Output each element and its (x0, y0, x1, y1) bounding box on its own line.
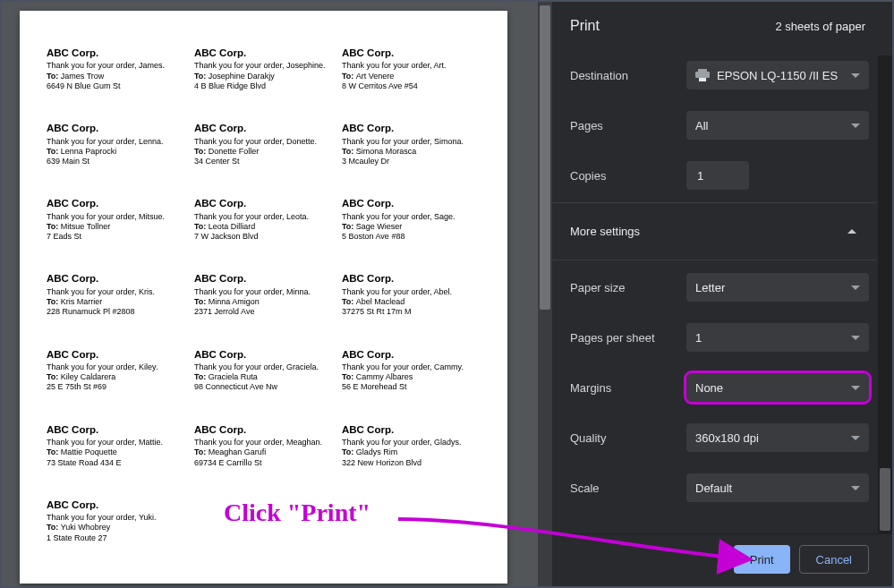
address-label: ABC Corp.Thank you for your order, Minna… (194, 272, 333, 317)
address-label: ABC Corp.Thank you for your order, Cammy… (342, 348, 481, 393)
preview-scrollbar-thumb[interactable] (540, 5, 550, 310)
label-company: ABC Corp. (47, 499, 185, 511)
panel-scrollbar[interactable] (878, 55, 892, 534)
scale-select[interactable]: Default (686, 473, 869, 502)
panel-scrollbar-thumb[interactable] (880, 468, 890, 531)
printer-icon (695, 69, 710, 81)
chevron-down-icon (851, 124, 860, 128)
label-thank: Thank you for your order, Meaghan. (194, 438, 333, 447)
label-to: To: Mitsue Tollner (47, 222, 185, 232)
label-address: 639 Main St (47, 157, 185, 166)
label-company: ABC Corp. (342, 348, 481, 361)
label-address: 2371 Jerrold Ave (194, 307, 333, 317)
label-thank: Thank you for your order, Kiley. (47, 362, 185, 372)
label-to: To: Meaghan Garufi (194, 447, 333, 457)
label-thank: Thank you for your order, Mattie. (47, 438, 185, 447)
margins-value: None (695, 381, 723, 395)
label-address: 322 New Horizon Blvd (342, 458, 481, 468)
address-label: ABC Corp.Thank you for your order, Lenna… (47, 122, 185, 166)
quality-label: Quality (570, 431, 686, 445)
destination-label: Destination (570, 69, 686, 82)
scale-value: Default (695, 481, 732, 495)
label-to: To: Kris Marrier (47, 297, 185, 307)
preview-page: ABC Corp.Thank you for your order, James… (20, 11, 507, 584)
label-thank: Thank you for your order, Lenna. (47, 137, 185, 147)
label-address: 4 B Blue Ridge Blvd (194, 81, 333, 91)
label-to: To: Mattie Poquette (47, 447, 185, 457)
destination-select[interactable]: EPSON LQ-1150 /II ES (686, 61, 869, 89)
address-label: ABC Corp.Thank you for your order, James… (47, 47, 185, 91)
label-address: 8 W Cerritos Ave #54 (342, 81, 481, 91)
chevron-down-icon (851, 336, 860, 340)
label-company: ABC Corp. (47, 197, 185, 209)
label-address: 56 E Morehead St (342, 382, 481, 392)
address-label: ABC Corp.Thank you for your order, Abel.… (342, 272, 481, 317)
label-address: 7 W Jackson Blvd (194, 232, 333, 242)
label-company: ABC Corp. (194, 348, 333, 361)
address-label: ABC Corp.Thank you for your order, Josep… (194, 47, 333, 91)
paper-size-select[interactable]: Letter (686, 273, 869, 302)
label-address: 3 Mcauley Dr (342, 157, 481, 166)
chevron-down-icon (851, 285, 860, 290)
chevron-up-icon (847, 229, 856, 234)
label-thank: Thank you for your order, Donette. (194, 137, 333, 147)
preview-scrollbar[interactable] (538, 2, 552, 586)
label-address: 73 State Road 434 E (47, 458, 185, 468)
label-company: ABC Corp. (47, 348, 185, 361)
pages-select[interactable]: All (686, 111, 869, 140)
margins-select[interactable]: None (686, 373, 869, 402)
margins-label: Margins (570, 381, 686, 395)
label-company: ABC Corp. (194, 197, 333, 209)
label-to: To: Lenna Paprocki (47, 147, 185, 157)
label-thank: Thank you for your order, Graciela. (194, 362, 333, 372)
label-thank: Thank you for your order, Kris. (47, 287, 185, 297)
copies-input[interactable]: 1 (686, 161, 749, 190)
more-settings-toggle[interactable]: More settings (552, 205, 876, 258)
paper-size-value: Letter (695, 281, 725, 294)
cancel-button[interactable]: Cancel (799, 545, 869, 574)
print-button[interactable]: Print (734, 545, 790, 574)
pages-per-sheet-value: 1 (695, 331, 702, 345)
label-to: To: Donette Foller (194, 147, 333, 157)
quality-select[interactable]: 360x180 dpi (686, 423, 869, 452)
label-to: To: Sage Wieser (342, 222, 481, 232)
label-company: ABC Corp. (194, 423, 333, 436)
label-thank: Thank you for your order, Leota. (194, 212, 333, 222)
pages-per-sheet-select[interactable]: 1 (686, 323, 869, 352)
label-company: ABC Corp. (342, 47, 481, 59)
chevron-down-icon (851, 73, 860, 78)
more-settings-label: More settings (570, 225, 640, 238)
pages-value: All (695, 119, 708, 132)
address-label: ABC Corp.Thank you for your order, Art.T… (342, 47, 481, 91)
pages-per-sheet-label: Pages per sheet (570, 331, 686, 345)
label-thank: Thank you for your order, Gladys. (342, 438, 481, 447)
label-thank: Thank you for your order, Mitsue. (47, 212, 185, 222)
label-to: To: Gladys Rim (342, 447, 481, 457)
label-company: ABC Corp. (47, 423, 185, 436)
copies-label: Copies (570, 169, 686, 183)
label-address: 34 Center St (194, 157, 333, 166)
address-label: ABC Corp.Thank you for your order, Mitsu… (47, 197, 185, 242)
paper-size-label: Paper size (570, 281, 686, 294)
label-thank: Thank you for your order, Sage. (342, 212, 481, 222)
label-company: ABC Corp. (194, 122, 333, 134)
panel-title: Print (570, 18, 600, 34)
label-company: ABC Corp. (342, 423, 481, 436)
address-label: ABC Corp.Thank you for your order, Meagh… (194, 423, 333, 468)
label-thank: Thank you for your order, Abel. (342, 287, 481, 297)
address-label: ABC Corp.Thank you for your order, Leota… (194, 197, 333, 242)
label-address: 7 Eads St (47, 232, 185, 242)
chevron-down-icon (851, 436, 860, 440)
label-thank: Thank you for your order, Art. (342, 61, 481, 71)
print-preview-pane: ABC Corp.Thank you for your order, James… (2, 2, 552, 586)
label-to: To: Josephine Darakjy (194, 72, 333, 81)
address-label: ABC Corp.Thank you for your order, Yuki.… (47, 499, 185, 543)
pages-label: Pages (570, 119, 686, 132)
label-company: ABC Corp. (47, 272, 185, 285)
label-to: To: Minna Amigon (194, 297, 333, 307)
address-label: ABC Corp.Thank you for your order, Simon… (342, 122, 481, 166)
label-to: To: Cammy Albares (342, 372, 481, 382)
address-label: ABC Corp.Thank you for your order, Glady… (342, 423, 481, 468)
label-thank: Thank you for your order, Yuki. (47, 513, 185, 523)
print-settings-panel: Print 2 sheets of paper Destination EPSO… (552, 2, 892, 586)
